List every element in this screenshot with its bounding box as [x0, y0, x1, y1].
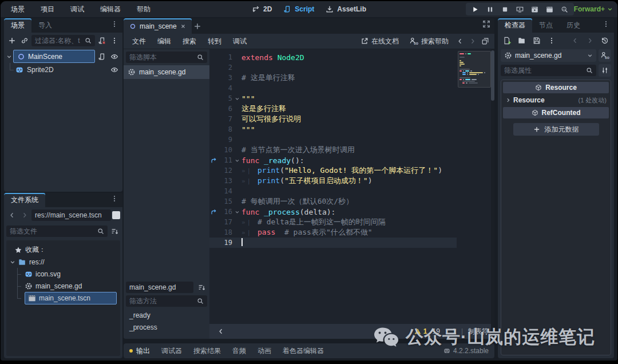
scene-filter-input[interactable]: 过滤器:名称、t — [31, 35, 95, 46]
online-docs-button[interactable]: 在线文档 — [356, 37, 403, 46]
menu-edit[interactable]: 编辑 — [152, 37, 176, 46]
code-lines[interactable]: 1extends Node2D23# 这是单行注释45"""6这是多行注释7可以… — [209, 49, 494, 324]
category-resource[interactable]: Resource — [503, 82, 609, 93]
stop-button[interactable] — [501, 6, 509, 13]
panel-audio[interactable]: 音频 — [232, 346, 246, 356]
file-sort-button[interactable] — [109, 225, 120, 237]
code-line-3[interactable]: 3# 这是单行注释 — [209, 73, 494, 83]
inspector-back-button[interactable] — [569, 35, 581, 46]
split-mode-button[interactable] — [112, 211, 120, 219]
visibility-eye-icon[interactable] — [109, 51, 120, 62]
method-item-ready[interactable]: _ready — [124, 309, 209, 321]
menu-project[interactable]: 项目 — [35, 1, 60, 17]
code-line-11[interactable]: 11func _ready(): — [209, 155, 494, 165]
filter-scripts-input[interactable]: 筛选脚本 — [126, 52, 207, 63]
code-line-10[interactable]: 10# 当节点第一次进入场景树时调用 — [209, 145, 494, 155]
category-refcounted[interactable]: RefCounted — [503, 107, 609, 118]
code-line-19[interactable]: 19 — [209, 238, 494, 248]
fold-icon[interactable] — [235, 209, 240, 215]
detach-script-button[interactable] — [96, 35, 108, 46]
open-script-icon[interactable] — [96, 51, 108, 62]
tree-row[interactable]: MainScene — [4, 50, 122, 63]
fold-icon[interactable] — [235, 158, 240, 163]
code-line-8[interactable]: 8""" — [209, 124, 494, 134]
play-scene-button[interactable] — [516, 6, 524, 13]
inspector-forward-button[interactable] — [584, 35, 596, 46]
tree-row[interactable]: Sprite2D — [4, 63, 122, 76]
panel-shader-editor[interactable]: 着色器编辑器 — [283, 346, 324, 356]
expander-icon[interactable] — [10, 259, 15, 265]
code-line-1[interactable]: 1extends Node2D — [209, 52, 494, 62]
warning-indicator[interactable]: 1 — [414, 327, 427, 335]
open-docs-button[interactable]: DOC — [599, 49, 611, 62]
code-line-7[interactable]: 7可以写很多行说明 — [209, 114, 494, 124]
members-sort-button[interactable] — [196, 282, 207, 293]
filter-methods-input[interactable]: 筛选方法 — [126, 295, 207, 307]
code-line-18[interactable]: 18»|pass # pass表示"什么都不做" — [209, 227, 494, 238]
current-path[interactable]: res://main_scene.tscn — [31, 209, 111, 221]
movie-clapper-button[interactable] — [546, 6, 553, 13]
switch-2d-button[interactable]: 2D — [252, 5, 272, 13]
tab-import[interactable]: 导入 — [31, 18, 59, 33]
menu-editor[interactable]: 编辑器 — [94, 1, 126, 17]
menu-goto[interactable]: 转到 — [203, 37, 227, 46]
renderer-selector[interactable]: Forward+ — [574, 1, 613, 17]
resource-section-row[interactable]: Resource (1 处改动) — [503, 94, 609, 106]
panel-animation[interactable]: 动画 — [258, 346, 271, 356]
pause-button[interactable] — [486, 6, 494, 13]
tab-scene[interactable]: 场景 — [4, 18, 31, 33]
toggle-scripts-panel-button[interactable] — [215, 326, 227, 337]
fold-icon[interactable] — [235, 96, 240, 101]
selected-file[interactable]: main_scene.tscn — [25, 292, 117, 304]
panel-debugger[interactable]: 调试器 — [161, 346, 182, 356]
scrollbar-thumb[interactable] — [491, 50, 494, 101]
menu-scene[interactable]: 场景 — [5, 1, 30, 17]
edit-history-button[interactable] — [599, 35, 611, 46]
method-item-process[interactable]: _process — [124, 321, 209, 333]
favorites-row[interactable]: 收藏： — [6, 244, 120, 256]
resource-dropdown[interactable]: main_scene.gd — [501, 49, 596, 62]
menu-file[interactable]: 文件 — [127, 37, 151, 46]
switch-script-button[interactable]: Script — [283, 5, 314, 13]
root-folder-row[interactable]: res:// — [6, 256, 120, 268]
movie-maker-button[interactable] — [561, 6, 568, 13]
history-forward-button[interactable] — [467, 35, 478, 47]
expander-icon[interactable] — [505, 97, 511, 103]
menu-help[interactable]: 帮助 — [131, 1, 156, 17]
save-resource-button[interactable] — [531, 35, 542, 46]
scene-tab-main-scene[interactable]: main_scene — [124, 18, 192, 34]
new-resource-button[interactable] — [501, 35, 513, 46]
visibility-eye-icon[interactable] — [109, 64, 120, 76]
code-line-17[interactable]: 17»|# delta是上一帧到这一帧的时间间隔 — [209, 217, 494, 227]
file-row[interactable]: main_scene.gd — [6, 280, 120, 292]
tab-node[interactable]: 节点 — [532, 18, 560, 33]
history-back-button[interactable] — [454, 35, 466, 47]
tab-inspector[interactable]: 检查器 — [498, 18, 532, 33]
code-line-6[interactable]: 6这是多行注释 — [209, 104, 494, 114]
code-scrollbar[interactable] — [491, 49, 494, 339]
nav-back-button[interactable] — [6, 209, 18, 221]
inspector-settings-button[interactable] — [599, 64, 611, 77]
file-row-selected[interactable]: main_scene.tscn — [6, 292, 120, 304]
code-line-2[interactable]: 2 — [209, 62, 494, 73]
version-info[interactable]: 4.2.2.stable — [443, 347, 489, 355]
menu-search[interactable]: 搜索 — [177, 37, 201, 46]
tab-filesystem[interactable]: 文件系统 — [4, 193, 45, 207]
code-line-15[interactable]: 15# 每帧调用一次（默认60次/秒） — [209, 196, 494, 207]
load-resource-button[interactable] — [516, 35, 528, 46]
code-editor[interactable]: 1extends Node2D23# 这是单行注释45"""6这是多行注释7可以… — [209, 49, 494, 339]
code-line-4[interactable]: 4 — [209, 83, 494, 93]
minimap[interactable] — [458, 49, 491, 339]
distraction-free-button[interactable] — [481, 18, 494, 30]
menu-debug[interactable]: 调试 — [228, 37, 252, 46]
filesystem-menu-icon[interactable] — [109, 193, 122, 204]
code-line-13[interactable]: 13»|print("五子棋项目启动成功！") — [209, 176, 494, 186]
node-mainscene-selected[interactable]: MainScene — [13, 50, 95, 63]
script-list-item[interactable]: main_scene.gd — [124, 65, 209, 79]
new-tab-button[interactable] — [192, 21, 203, 32]
scene-dock-menu-icon[interactable] — [109, 18, 122, 30]
float-panel-button[interactable] — [480, 35, 491, 47]
file-filter-input[interactable]: 筛选文件 — [6, 225, 108, 237]
property-filter-input[interactable]: 筛选属性 — [501, 65, 596, 76]
code-line-16[interactable]: 16func _process(delta): — [209, 207, 494, 217]
